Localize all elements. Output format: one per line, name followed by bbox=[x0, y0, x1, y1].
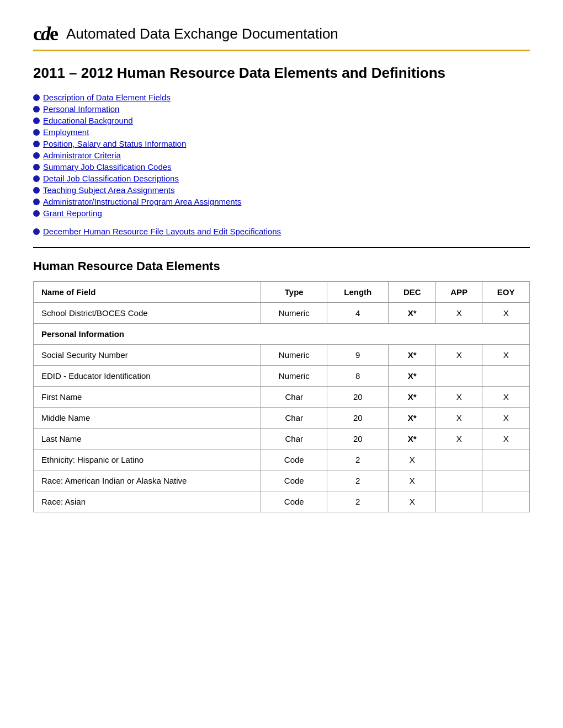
nav-item-grant[interactable]: Grant Reporting bbox=[33, 208, 530, 218]
nav-item-teaching[interactable]: Teaching Subject Area Assignments bbox=[33, 185, 530, 195]
field-type: Code bbox=[261, 491, 327, 512]
nav-link-admin-program[interactable]: Administrator/Instructional Program Area… bbox=[43, 197, 241, 206]
field-app: X bbox=[436, 303, 482, 324]
nav-link-grant[interactable]: Grant Reporting bbox=[43, 208, 102, 218]
field-app: X bbox=[436, 408, 482, 429]
table-row: Race: AsianCode2X bbox=[34, 491, 530, 512]
nav-item-employment[interactable]: Employment bbox=[33, 127, 530, 137]
field-length: 20 bbox=[327, 408, 389, 429]
field-app bbox=[436, 470, 482, 491]
bullet-icon bbox=[33, 164, 40, 170]
bullet-icon bbox=[33, 175, 40, 182]
field-eoy bbox=[482, 491, 530, 512]
table-row: Last NameChar20X*XX bbox=[34, 429, 530, 449]
table-row: Middle NameChar20X*XX bbox=[34, 408, 530, 429]
field-dec: X bbox=[389, 470, 436, 491]
extra-link-container: December Human Resource File Layouts and… bbox=[33, 227, 530, 236]
table-row: Social Security NumberNumeric9X*XX bbox=[34, 345, 530, 366]
field-eoy bbox=[482, 449, 530, 470]
header-section: cde Automated Data Exchange Documentatio… bbox=[33, 22, 530, 51]
nav-item-educational[interactable]: Educational Background bbox=[33, 116, 530, 125]
nav-link-employment[interactable]: Employment bbox=[43, 127, 89, 137]
table-section-title: Human Resource Data Elements bbox=[33, 259, 530, 274]
bullet-icon bbox=[33, 187, 40, 194]
col-header-length: Length bbox=[327, 282, 389, 303]
cde-logo: cde bbox=[33, 22, 57, 45]
field-name: Ethnicity: Hispanic or Latino bbox=[34, 449, 261, 470]
field-dec: X* bbox=[389, 429, 436, 449]
field-name: Race: Asian bbox=[34, 491, 261, 512]
nav-item-position[interactable]: Position, Salary and Status Information bbox=[33, 139, 530, 148]
table-row: Race: American Indian or Alaska NativeCo… bbox=[34, 470, 530, 491]
col-header-type: Type bbox=[261, 282, 327, 303]
bullet-icon bbox=[33, 199, 40, 205]
bullet-icon bbox=[33, 117, 40, 124]
nav-item-personal[interactable]: Personal Information bbox=[33, 104, 530, 114]
field-length: 2 bbox=[327, 491, 389, 512]
nav-item-admin-program[interactable]: Administrator/Instructional Program Area… bbox=[33, 197, 530, 206]
nav-link-teaching[interactable]: Teaching Subject Area Assignments bbox=[43, 185, 174, 195]
bullet-icon bbox=[33, 106, 40, 113]
field-type: Char bbox=[261, 387, 327, 408]
nav-link-educational[interactable]: Educational Background bbox=[43, 116, 133, 125]
nav-item-detail-job[interactable]: Detail Job Classification Descriptions bbox=[33, 174, 530, 183]
field-type: Code bbox=[261, 470, 327, 491]
field-eoy: X bbox=[482, 408, 530, 429]
field-dec: X* bbox=[389, 408, 436, 429]
field-type: Numeric bbox=[261, 345, 327, 366]
field-app bbox=[436, 491, 482, 512]
nav-item-summary-job[interactable]: Summary Job Classification Codes bbox=[33, 162, 530, 172]
field-dec: X* bbox=[389, 366, 436, 387]
field-length: 9 bbox=[327, 345, 389, 366]
extra-link[interactable]: December Human Resource File Layouts and… bbox=[43, 227, 281, 236]
field-eoy bbox=[482, 470, 530, 491]
table-row: Personal Information bbox=[34, 324, 530, 345]
field-length: 2 bbox=[327, 470, 389, 491]
field-name: School District/BOCES Code bbox=[34, 303, 261, 324]
nav-link-description[interactable]: Description of Data Element Fields bbox=[43, 93, 171, 102]
field-app: X bbox=[436, 387, 482, 408]
nav-link-position[interactable]: Position, Salary and Status Information bbox=[43, 139, 186, 148]
table-row: Ethnicity: Hispanic or LatinoCode2X bbox=[34, 449, 530, 470]
nav-link-summary-job[interactable]: Summary Job Classification Codes bbox=[43, 162, 172, 172]
nav-link-personal[interactable]: Personal Information bbox=[43, 104, 119, 114]
section-divider bbox=[33, 247, 530, 248]
field-name: Social Security Number bbox=[34, 345, 261, 366]
field-dec: X bbox=[389, 491, 436, 512]
field-length: 4 bbox=[327, 303, 389, 324]
table-row: EDID - Educator IdentificationNumeric8X* bbox=[34, 366, 530, 387]
field-type: Char bbox=[261, 429, 327, 449]
col-header-app: APP bbox=[436, 282, 482, 303]
field-type: Numeric bbox=[261, 303, 327, 324]
bullet-icon bbox=[33, 141, 40, 147]
nav-link-detail-job[interactable]: Detail Job Classification Descriptions bbox=[43, 174, 179, 183]
bullet-icon bbox=[33, 210, 40, 217]
nav-list: Description of Data Element Fields Perso… bbox=[33, 93, 530, 218]
header-title: Automated Data Exchange Documentation bbox=[66, 25, 338, 42]
section-label: Personal Information bbox=[34, 324, 530, 345]
field-name: Race: American Indian or Alaska Native bbox=[34, 470, 261, 491]
bullet-icon bbox=[33, 94, 40, 101]
field-length: 20 bbox=[327, 429, 389, 449]
nav-item-admin-criteria[interactable]: Administrator Criteria bbox=[33, 151, 530, 160]
field-app: X bbox=[436, 429, 482, 449]
field-app: X bbox=[436, 345, 482, 366]
field-dec: X bbox=[389, 449, 436, 470]
field-type: Numeric bbox=[261, 366, 327, 387]
nav-item-description[interactable]: Description of Data Element Fields bbox=[33, 93, 530, 102]
nav-link-admin-criteria[interactable]: Administrator Criteria bbox=[43, 151, 121, 160]
field-eoy bbox=[482, 366, 530, 387]
field-length: 2 bbox=[327, 449, 389, 470]
table-header-row: Name of Field Type Length DEC APP EOY bbox=[34, 282, 530, 303]
bullet-icon bbox=[33, 129, 40, 136]
col-header-name: Name of Field bbox=[34, 282, 261, 303]
field-dec: X* bbox=[389, 303, 436, 324]
field-name: First Name bbox=[34, 387, 261, 408]
col-header-eoy: EOY bbox=[482, 282, 530, 303]
field-type: Code bbox=[261, 449, 327, 470]
bullet-icon bbox=[33, 152, 40, 159]
page-title: 2011 – 2012 Human Resource Data Elements… bbox=[33, 65, 530, 82]
field-length: 20 bbox=[327, 387, 389, 408]
data-table: Name of Field Type Length DEC APP EOY Sc… bbox=[33, 281, 530, 512]
field-length: 8 bbox=[327, 366, 389, 387]
